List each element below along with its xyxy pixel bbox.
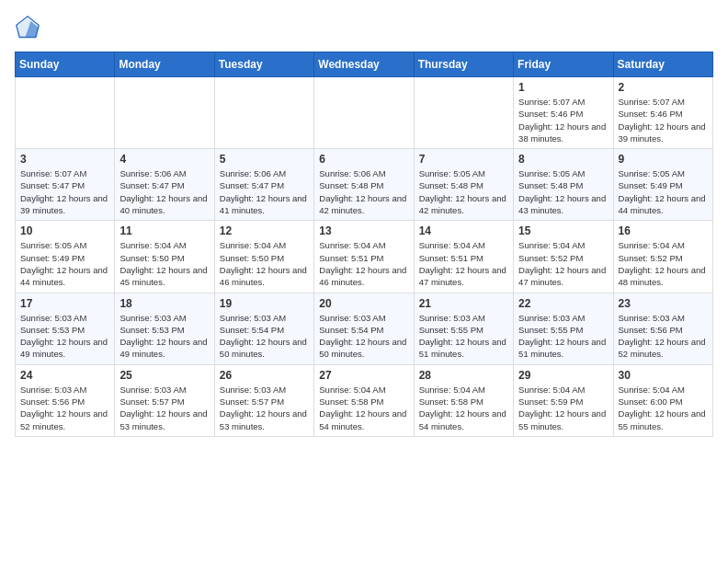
day-info: Sunrise: 5:04 AM Sunset: 5:58 PM Dayligh… [419, 384, 508, 432]
day-info: Sunrise: 5:07 AM Sunset: 5:46 PM Dayligh… [518, 96, 608, 144]
day-info: Sunrise: 5:04 AM Sunset: 5:51 PM Dayligh… [319, 239, 408, 288]
calendar-cell: 12 Sunrise: 5:04 AM Sunset: 5:50 PM Dayl… [214, 221, 313, 293]
day-info: Sunrise: 5:06 AM Sunset: 5:48 PM Dayligh… [319, 167, 408, 216]
day-info: Sunrise: 5:04 AM Sunset: 5:59 PM Dayligh… [518, 384, 608, 432]
calendar-cell: 9 Sunrise: 5:05 AM Sunset: 5:49 PM Dayli… [613, 149, 712, 221]
calendar-cell [214, 77, 313, 149]
calendar-cell: 26 Sunrise: 5:03 AM Sunset: 5:57 PM Dayl… [214, 364, 313, 436]
calendar-cell: 7 Sunrise: 5:05 AM Sunset: 5:48 PM Dayli… [414, 149, 513, 221]
day-number: 25 [119, 369, 209, 382]
calendar-header-row: SundayMondayTuesdayWednesdayThursdayFrid… [16, 52, 713, 77]
calendar-cell: 10 Sunrise: 5:05 AM Sunset: 5:49 PM Dayl… [16, 221, 115, 293]
calendar-cell: 4 Sunrise: 5:06 AM Sunset: 5:47 PM Dayli… [115, 149, 214, 221]
day-number: 5 [220, 153, 309, 166]
calendar-cell: 30 Sunrise: 5:04 AM Sunset: 6:00 PM Dayl… [613, 364, 712, 436]
weekday-header-tuesday: Tuesday [214, 52, 313, 77]
calendar-cell: 2 Sunrise: 5:07 AM Sunset: 5:46 PM Dayli… [613, 77, 712, 149]
day-number: 26 [220, 369, 309, 382]
day-number: 28 [419, 369, 508, 382]
calendar-week-4: 17 Sunrise: 5:03 AM Sunset: 5:53 PM Dayl… [16, 293, 713, 364]
calendar-cell: 22 Sunrise: 5:03 AM Sunset: 5:55 PM Dayl… [514, 293, 613, 364]
day-number: 8 [518, 153, 608, 166]
day-info: Sunrise: 5:06 AM Sunset: 5:47 PM Dayligh… [220, 167, 309, 216]
calendar-cell: 17 Sunrise: 5:03 AM Sunset: 5:53 PM Dayl… [16, 293, 115, 364]
day-info: Sunrise: 5:05 AM Sunset: 5:48 PM Dayligh… [518, 167, 608, 216]
weekday-header-saturday: Saturday [613, 52, 712, 77]
day-number: 20 [319, 297, 408, 310]
logo-icon [15, 15, 40, 40]
day-number: 30 [619, 369, 708, 382]
page-header [15, 15, 713, 40]
day-number: 3 [20, 153, 109, 166]
day-number: 27 [319, 369, 408, 382]
calendar-cell: 1 Sunrise: 5:07 AM Sunset: 5:46 PM Dayli… [514, 77, 613, 149]
day-number: 7 [419, 153, 508, 166]
day-info: Sunrise: 5:03 AM Sunset: 5:55 PM Dayligh… [419, 312, 508, 361]
calendar-cell: 25 Sunrise: 5:03 AM Sunset: 5:57 PM Dayl… [115, 364, 214, 436]
day-number: 15 [518, 224, 608, 237]
calendar-week-3: 10 Sunrise: 5:05 AM Sunset: 5:49 PM Dayl… [16, 221, 713, 293]
day-number: 6 [319, 153, 408, 166]
day-info: Sunrise: 5:04 AM Sunset: 5:50 PM Dayligh… [220, 239, 309, 288]
calendar-week-1: 1 Sunrise: 5:07 AM Sunset: 5:46 PM Dayli… [16, 77, 713, 149]
day-number: 4 [119, 153, 209, 166]
day-info: Sunrise: 5:04 AM Sunset: 6:00 PM Dayligh… [619, 384, 708, 432]
logo [15, 15, 44, 40]
day-info: Sunrise: 5:04 AM Sunset: 5:52 PM Dayligh… [518, 239, 608, 288]
weekday-header-sunday: Sunday [16, 52, 115, 77]
day-info: Sunrise: 5:03 AM Sunset: 5:53 PM Dayligh… [20, 312, 109, 361]
calendar-cell: 11 Sunrise: 5:04 AM Sunset: 5:50 PM Dayl… [115, 221, 214, 293]
day-number: 21 [419, 297, 508, 310]
day-info: Sunrise: 5:04 AM Sunset: 5:58 PM Dayligh… [319, 384, 408, 432]
day-number: 19 [220, 297, 309, 310]
day-number: 10 [20, 224, 109, 237]
day-info: Sunrise: 5:03 AM Sunset: 5:57 PM Dayligh… [220, 384, 309, 432]
day-info: Sunrise: 5:03 AM Sunset: 5:57 PM Dayligh… [119, 384, 209, 432]
day-number: 14 [419, 224, 508, 237]
day-info: Sunrise: 5:05 AM Sunset: 5:49 PM Dayligh… [20, 239, 109, 288]
day-number: 29 [518, 369, 608, 382]
day-info: Sunrise: 5:03 AM Sunset: 5:56 PM Dayligh… [619, 312, 708, 361]
calendar-cell: 19 Sunrise: 5:03 AM Sunset: 5:54 PM Dayl… [214, 293, 313, 364]
day-info: Sunrise: 5:07 AM Sunset: 5:46 PM Dayligh… [619, 96, 708, 144]
calendar-table: SundayMondayTuesdayWednesdayThursdayFrid… [15, 52, 713, 437]
day-number: 12 [220, 224, 309, 237]
weekday-header-monday: Monday [115, 52, 214, 77]
day-info: Sunrise: 5:07 AM Sunset: 5:47 PM Dayligh… [20, 167, 109, 216]
calendar-cell: 24 Sunrise: 5:03 AM Sunset: 5:56 PM Dayl… [16, 364, 115, 436]
calendar-cell: 14 Sunrise: 5:04 AM Sunset: 5:51 PM Dayl… [414, 221, 513, 293]
calendar-week-5: 24 Sunrise: 5:03 AM Sunset: 5:56 PM Dayl… [16, 364, 713, 436]
day-info: Sunrise: 5:03 AM Sunset: 5:56 PM Dayligh… [20, 384, 109, 432]
weekday-header-thursday: Thursday [414, 52, 513, 77]
calendar-cell: 27 Sunrise: 5:04 AM Sunset: 5:58 PM Dayl… [314, 364, 414, 436]
day-info: Sunrise: 5:06 AM Sunset: 5:47 PM Dayligh… [119, 167, 209, 216]
day-info: Sunrise: 5:04 AM Sunset: 5:50 PM Dayligh… [119, 239, 209, 288]
day-number: 22 [518, 297, 608, 310]
calendar-cell: 21 Sunrise: 5:03 AM Sunset: 5:55 PM Dayl… [414, 293, 513, 364]
calendar-cell: 8 Sunrise: 5:05 AM Sunset: 5:48 PM Dayli… [514, 149, 613, 221]
calendar-cell: 29 Sunrise: 5:04 AM Sunset: 5:59 PM Dayl… [514, 364, 613, 436]
day-info: Sunrise: 5:03 AM Sunset: 5:54 PM Dayligh… [319, 312, 408, 361]
calendar-cell: 5 Sunrise: 5:06 AM Sunset: 5:47 PM Dayli… [214, 149, 313, 221]
day-number: 9 [619, 153, 708, 166]
day-info: Sunrise: 5:04 AM Sunset: 5:51 PM Dayligh… [419, 239, 508, 288]
day-number: 13 [319, 224, 408, 237]
day-info: Sunrise: 5:03 AM Sunset: 5:53 PM Dayligh… [119, 312, 209, 361]
day-number: 18 [119, 297, 209, 310]
calendar-cell: 16 Sunrise: 5:04 AM Sunset: 5:52 PM Dayl… [613, 221, 712, 293]
calendar-cell [314, 77, 414, 149]
day-number: 1 [518, 81, 608, 94]
day-info: Sunrise: 5:03 AM Sunset: 5:54 PM Dayligh… [220, 312, 309, 361]
day-number: 17 [20, 297, 109, 310]
calendar-cell: 23 Sunrise: 5:03 AM Sunset: 5:56 PM Dayl… [613, 293, 712, 364]
day-number: 24 [20, 369, 109, 382]
calendar-cell: 28 Sunrise: 5:04 AM Sunset: 5:58 PM Dayl… [414, 364, 513, 436]
calendar-cell: 6 Sunrise: 5:06 AM Sunset: 5:48 PM Dayli… [314, 149, 414, 221]
calendar-cell [414, 77, 513, 149]
calendar-cell [115, 77, 214, 149]
calendar-cell: 15 Sunrise: 5:04 AM Sunset: 5:52 PM Dayl… [514, 221, 613, 293]
calendar-cell: 18 Sunrise: 5:03 AM Sunset: 5:53 PM Dayl… [115, 293, 214, 364]
calendar-week-2: 3 Sunrise: 5:07 AM Sunset: 5:47 PM Dayli… [16, 149, 713, 221]
day-info: Sunrise: 5:05 AM Sunset: 5:49 PM Dayligh… [619, 167, 708, 216]
day-number: 2 [619, 81, 708, 94]
